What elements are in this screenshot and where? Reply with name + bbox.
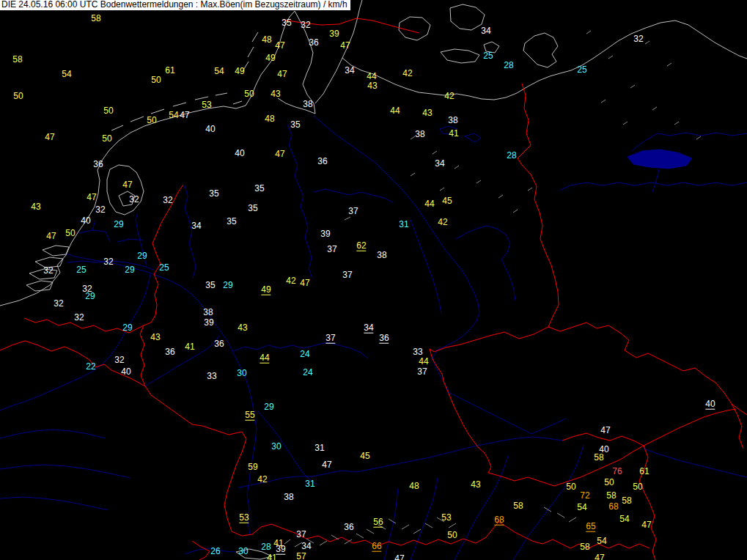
station-gust-value: 50 [633,482,642,491]
station-gust-value: 43 [367,81,377,90]
station-gust-value: 35 [248,204,257,213]
station-gust-value: 34 [435,159,444,168]
station-gust-value: 32 [633,34,643,43]
station-gust-value: 35 [290,120,300,129]
station-gust-value: 54 [597,537,606,545]
station-gust-value: 29 [223,281,232,290]
station-gust-value: 40 [81,216,90,225]
station-gust-value: 43 [471,480,480,489]
station-gust-value: 58 [606,491,616,500]
stations-layer: 5858546150505054475047503532394847364749… [0,0,747,560]
station-gust-value: 43 [31,202,40,211]
station-gust-value: 35 [205,281,215,290]
station-gust-value: 36 [379,334,389,344]
station-gust-value: 61 [165,66,174,75]
station-gust-value: 42 [257,475,267,484]
station-gust-value: 43 [150,333,160,342]
station-gust-value: 50 [65,229,75,237]
station-gust-value: 42 [286,276,295,285]
station-gust-value: 37 [348,207,358,215]
station-gust-value: 35 [254,184,264,193]
station-gust-value: 50 [566,482,575,491]
station-gust-value: 29 [137,251,147,260]
station-gust-value: 76 [612,467,622,476]
station-gust-value: 44 [424,199,434,208]
station-gust-value: 32 [114,355,124,364]
station-gust-value: 35 [281,18,291,27]
station-gust-value: 47 [641,520,651,529]
station-gust-value: 32 [163,196,172,205]
station-gust-value: 35 [227,217,236,226]
station-gust-value: 26 [210,547,220,556]
station-gust-value: 39 [329,29,339,38]
station-gust-value: 37 [296,530,306,539]
station-gust-value: 40 [121,367,130,376]
station-gust-value: 31 [314,443,324,452]
station-gust-value: 47 [180,111,189,119]
station-gust-value: 68 [608,502,618,511]
station-gust-value: 47 [595,553,604,560]
station-gust-value: 65 [586,522,595,532]
station-gust-value: 58 [622,496,631,505]
station-gust-value: 72 [580,491,589,500]
station-gust-value: 50 [604,478,614,487]
station-gust-value: 28 [507,151,516,160]
station-gust-value: 25 [159,263,169,272]
station-gust-value: 37 [417,367,427,376]
station-gust-value: 50 [151,75,161,84]
station-gust-value: 48 [265,114,274,123]
station-gust-value: 58 [91,14,100,23]
station-gust-value: 38 [377,251,386,259]
station-gust-value: 62 [356,241,366,251]
title-bar: DIE 24.05.16 06:00 UTC Bodenwettermeldun… [0,0,350,10]
station-gust-value: 43 [271,89,280,98]
station-gust-value: 38 [284,493,293,501]
station-gust-value: 56 [373,517,383,528]
station-gust-value: 68 [494,515,504,526]
station-gust-value: 37 [342,270,352,279]
station-gust-value: 48 [409,482,419,490]
station-gust-value: 40 [205,125,215,133]
station-gust-value: 34 [364,323,373,334]
station-gust-value: 42 [444,92,454,100]
station-gust-value: 33 [413,347,422,356]
station-gust-value: 47 [340,41,350,50]
station-gust-value: 54 [62,70,71,78]
station-gust-value: 53 [441,513,451,522]
weather-map-window: 5858546150505054475047503532394847364749… [0,0,747,560]
station-gust-value: 36 [214,339,224,348]
station-gust-value: 59 [248,463,257,471]
station-gust-value: 42 [402,69,412,78]
station-gust-value: 50 [102,134,111,143]
station-gust-value: 31 [399,220,408,229]
station-gust-value: 34 [301,542,311,550]
station-gust-value: 34 [481,26,490,35]
station-gust-value: 29 [114,220,123,229]
station-gust-value: 32 [43,266,53,275]
station-gust-value: 58 [580,542,589,551]
station-gust-value: 47 [394,554,404,560]
station-gust-value: 40 [235,149,244,158]
station-gust-value: 58 [594,453,603,462]
station-gust-value: 42 [438,218,447,226]
station-gust-value: 54 [214,67,224,75]
station-gust-value: 44 [419,357,428,366]
station-gust-value: 45 [442,196,452,205]
station-gust-value: 44 [367,72,376,81]
station-gust-value: 38 [203,308,213,317]
station-gust-value: 43 [238,323,247,332]
station-gust-value: 49 [235,67,244,75]
station-gust-value: 50 [13,92,23,100]
station-gust-value: 47 [122,180,132,189]
station-gust-value: 40 [705,399,715,410]
station-gust-value: 41 [449,129,458,138]
station-gust-value: 44 [390,106,400,115]
station-gust-value: 61 [639,467,649,476]
station-gust-value: 47 [300,279,309,287]
station-gust-value: 30 [237,369,246,377]
station-gust-value: 58 [513,501,523,510]
station-gust-value: 47 [87,193,96,202]
station-gust-value: 25 [76,265,86,274]
station-gust-value: 36 [344,523,353,531]
station-gust-value: 36 [317,157,327,166]
